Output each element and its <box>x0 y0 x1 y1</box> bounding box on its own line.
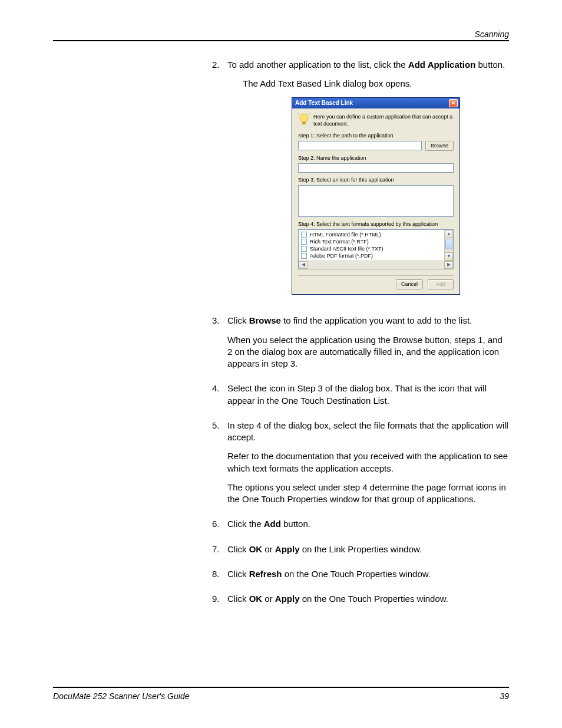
t: or <box>262 544 275 554</box>
step-2-bold: Add Application <box>408 60 475 70</box>
dialog-title: Add Text Based Link <box>294 99 449 107</box>
t: OK <box>249 594 263 604</box>
scroll-up-icon[interactable]: ▲ <box>445 230 453 238</box>
format-label: Standard ASCII text file (*.TXT) <box>310 245 384 252</box>
step-6-text: Click the Add button. <box>227 518 509 530</box>
format-label: HTML Formatted file (*.HTML) <box>310 231 381 238</box>
step-4-num: 4. <box>212 383 227 414</box>
checkbox-icon[interactable] <box>301 239 307 245</box>
format-label: Rich Text Format (*.RTF) <box>310 238 369 245</box>
scroll-right-icon[interactable]: ▶ <box>444 261 453 269</box>
step-3-p2: When you select the application using th… <box>227 334 509 370</box>
dialog-titlebar: Add Text Based Link × <box>292 98 459 108</box>
dialog-intro-text: Here you can define a custom application… <box>313 113 454 127</box>
footer-page: 39 <box>500 691 509 701</box>
footer-rule <box>53 687 509 688</box>
add-text-based-link-dialog: Add Text Based Link × Here you can defin… <box>292 97 460 295</box>
t: or <box>262 594 275 604</box>
t: on the One Touch Properties window. <box>282 569 431 579</box>
horizontal-scrollbar[interactable]: ◀ ▶ <box>299 261 453 269</box>
add-button[interactable]: Add <box>428 279 454 289</box>
t: Browse <box>249 315 281 325</box>
step-5-p3: The options you select under step 4 dete… <box>227 482 509 506</box>
close-icon[interactable]: × <box>449 99 458 107</box>
t: on the Link Properties window. <box>300 544 422 554</box>
content-body: 2. To add another application to the lis… <box>212 59 509 612</box>
dialog-separator <box>298 275 454 276</box>
list-item[interactable]: Standard ASCII text file (*.TXT) <box>301 245 442 252</box>
t: button. <box>281 519 310 529</box>
step-3-text: Click Browse to find the application you… <box>227 315 509 327</box>
step-5-p2: Refer to the documentation that you rece… <box>227 450 509 475</box>
formats-listbox[interactable]: HTML Formatted file (*.HTML) Rich Text F… <box>298 229 454 269</box>
step-3-num: 3. <box>212 315 227 377</box>
app-name-input[interactable] <box>298 163 454 173</box>
footer-title: DocuMate 252 Scanner User's Guide <box>53 691 500 701</box>
header-section: Scanning <box>53 29 509 40</box>
svg-rect-0 <box>302 122 306 124</box>
list-item[interactable]: Rich Text Format (*.RTF) <box>301 238 442 245</box>
scroll-left-icon[interactable]: ◀ <box>299 261 308 269</box>
step-5-p1: In step 4 of the dialog box, select the … <box>227 420 509 444</box>
page-footer: DocuMate 252 Scanner User's Guide 39 <box>53 687 509 701</box>
lightbulb-icon <box>298 113 310 126</box>
t: Click <box>227 544 249 554</box>
step-2-text: To add another application to the list, … <box>227 59 509 71</box>
t: Apply <box>275 594 300 604</box>
list-item[interactable]: HTML Formatted file (*.HTML) <box>301 231 442 238</box>
checkbox-icon[interactable] <box>301 246 307 252</box>
dialog-step2-label: Step 2: Name the application <box>298 154 454 162</box>
step-7-num: 7. <box>212 543 227 562</box>
t: Click <box>227 594 249 604</box>
step-4-text: Select the icon in Step 3 of the dialog … <box>227 383 509 407</box>
step-2-num: 2. <box>212 59 227 309</box>
step-5-num: 5. <box>212 420 227 513</box>
t: Add <box>264 519 281 529</box>
step-2-suffix: button. <box>475 60 505 70</box>
step-9-text: Click OK or Apply on the One Touch Prope… <box>227 593 509 605</box>
t: Click <box>227 569 249 579</box>
t: on the One Touch Properties window. <box>300 594 448 604</box>
dialog-step4-label: Step 4: Select the text formats supporte… <box>298 220 454 228</box>
header-rule <box>53 40 509 41</box>
step-8-text: Click Refresh on the One Touch Propertie… <box>227 568 509 580</box>
step-9-num: 9. <box>212 593 227 612</box>
app-path-input[interactable] <box>298 141 422 150</box>
dialog-wrap: Add Text Based Link × Here you can defin… <box>243 97 509 295</box>
step-7-text: Click OK or Apply on the Link Properties… <box>227 543 509 555</box>
t: Click <box>227 315 249 325</box>
icon-select-box[interactable] <box>298 185 454 217</box>
checkbox-icon[interactable] <box>301 253 307 259</box>
scroll-thumb[interactable] <box>445 239 452 249</box>
browse-button[interactable]: Browse <box>425 141 454 151</box>
step-6-num: 6. <box>212 518 227 537</box>
t: to find the application you want to add … <box>281 315 472 325</box>
list-item[interactable]: Adobe PDF format (*.PDF) <box>301 252 442 259</box>
step-8-num: 8. <box>212 568 227 587</box>
checkbox-icon[interactable] <box>301 232 307 238</box>
dialog-step3-label: Step 3: Select an icon for this applicat… <box>298 176 454 183</box>
vertical-scrollbar[interactable]: ▲ ▼ <box>444 230 453 261</box>
step-2-prefix: To add another application to the list, … <box>227 60 408 70</box>
t: OK <box>249 544 263 554</box>
t: Click the <box>227 519 264 529</box>
t: Refresh <box>249 569 282 579</box>
cancel-button[interactable]: Cancel <box>396 279 423 289</box>
format-label: Adobe PDF format (*.PDF) <box>310 252 373 259</box>
step-2-sub: The Add Text Based Link dialog box opens… <box>243 78 509 90</box>
t: Apply <box>275 544 300 554</box>
scroll-down-icon[interactable]: ▼ <box>445 252 453 261</box>
dialog-step1-label: Step 1: Select the path to the applicati… <box>298 132 454 139</box>
